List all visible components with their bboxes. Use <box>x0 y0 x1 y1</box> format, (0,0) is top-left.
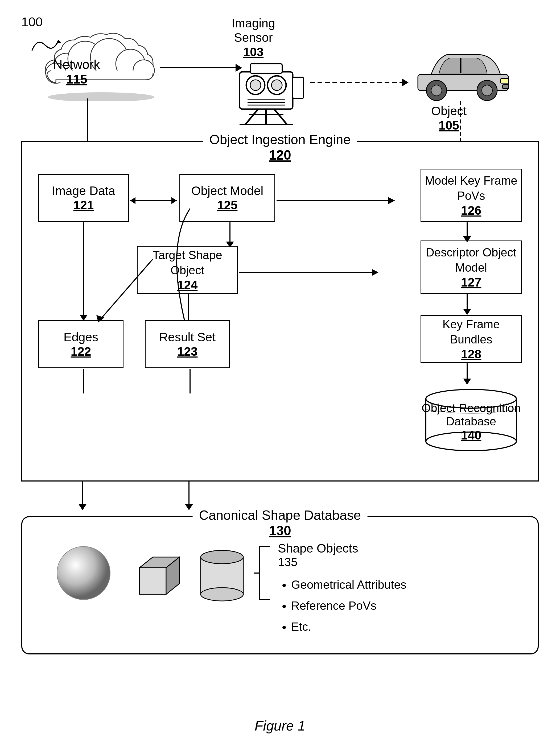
canonical-shape-box: Canonical Shape Database 130 <box>21 516 539 654</box>
svg-point-15 <box>250 80 261 90</box>
bullet-etc: Etc. <box>291 616 406 637</box>
result-set-id: 123 <box>177 344 198 359</box>
descriptor-object-id: 127 <box>461 275 481 289</box>
network-id: 115 <box>66 72 87 86</box>
image-data-label: Image Data <box>52 184 115 198</box>
engine-id: 120 <box>269 148 291 163</box>
model-key-frame-id: 126 <box>461 203 481 218</box>
svg-marker-29 <box>402 79 408 86</box>
cylinder-icon <box>195 544 248 605</box>
result-set-box: Result Set 123 <box>145 320 230 368</box>
image-data-id: 121 <box>74 198 94 212</box>
model-key-frame-label: Model Key FramePoVs <box>425 173 517 203</box>
bundles-to-db-arrow <box>460 363 474 385</box>
model-to-target-arrow <box>223 222 237 248</box>
svg-marker-46 <box>463 309 471 315</box>
shape-objects-id: 135 <box>278 555 406 569</box>
edges-to-canonical-arrow <box>77 369 90 395</box>
object-pointer <box>453 101 468 144</box>
svg-point-34 <box>482 85 493 96</box>
svg-point-69 <box>57 547 110 600</box>
page: 100 Network 115 Imagi <box>0 0 560 755</box>
svg-marker-66 <box>79 504 86 510</box>
target-to-descriptor-arrow <box>239 266 380 279</box>
canonical-title: Canonical Shape Database 130 <box>193 508 367 538</box>
network-label: Network 115 <box>53 57 100 86</box>
svg-rect-35 <box>500 79 508 83</box>
bullet-reference: Reference PoVs <box>291 595 406 616</box>
descriptor-object-box: Descriptor ObjectModel 127 <box>421 241 522 294</box>
svg-marker-48 <box>463 379 471 385</box>
svg-line-25 <box>274 109 287 125</box>
key-frame-bundles-label: Key Frame Bundles <box>421 317 521 347</box>
engine-title: Object Ingestion Engine 120 <box>203 132 357 163</box>
svg-rect-18 <box>250 64 282 73</box>
camera-icon <box>224 50 309 125</box>
shape-objects-label: Shape Objects <box>278 541 406 555</box>
car-icon <box>413 37 514 101</box>
object-model-id: 125 <box>217 198 238 212</box>
figure-caption: Figure 1 <box>0 718 560 734</box>
target-to-edges-arrow <box>92 259 153 323</box>
object-recognition-db: Object Recognition Database 140 <box>415 386 527 452</box>
svg-point-1 <box>48 92 154 101</box>
result-to-canonical-arrow <box>183 369 197 395</box>
edges-box: Edges 122 <box>38 320 123 368</box>
engine-box: Object Ingestion Engine 120 Image Data 1… <box>21 141 539 482</box>
canonical-id: 130 <box>269 523 291 538</box>
key-frame-bundles-box: Key Frame Bundles 128 <box>421 315 522 363</box>
svg-marker-57 <box>80 315 87 321</box>
image-to-model-arrow <box>130 194 178 207</box>
svg-marker-68 <box>185 504 193 510</box>
svg-marker-70 <box>139 568 166 594</box>
svg-rect-36 <box>502 85 508 88</box>
svg-point-32 <box>431 85 442 96</box>
svg-marker-39 <box>172 197 177 204</box>
edges-id: 122 <box>71 344 91 359</box>
svg-line-61 <box>100 259 153 320</box>
bullet-geometrical: Geometrical Attributes <box>291 574 406 595</box>
keyframe-to-descriptor-arrow <box>460 222 474 242</box>
camera-to-car-arrow <box>310 75 411 90</box>
descriptor-object-label: Descriptor ObjectModel <box>426 245 516 275</box>
object-recognition-db-label2: Database <box>422 415 521 428</box>
svg-marker-53 <box>226 242 234 248</box>
bracket-icon <box>251 544 273 602</box>
edges-exit-arrow <box>75 481 91 515</box>
svg-point-74 <box>201 550 243 564</box>
descriptor-to-bundles-arrow <box>460 294 474 315</box>
sphere-icon <box>54 544 113 602</box>
shape-objects-area: Shape Objects 135 Geometrical Attributes… <box>278 541 406 637</box>
edges-label: Edges <box>64 330 98 344</box>
svg-line-23 <box>245 109 258 125</box>
image-data-box: Image Data 121 <box>38 174 129 222</box>
cube-icon <box>123 547 182 605</box>
svg-rect-22 <box>293 77 303 98</box>
model-key-frame-box: Model Key FramePoVs 126 <box>421 169 522 222</box>
svg-marker-44 <box>463 236 471 242</box>
svg-marker-40 <box>130 197 136 204</box>
result-set-label: Result Set <box>159 330 216 344</box>
svg-point-17 <box>272 80 282 90</box>
imagedata-to-edges-arrow <box>77 222 90 321</box>
object-model-label: Object Model <box>191 184 263 198</box>
object-recognition-db-id: 140 <box>422 428 521 443</box>
key-frame-bundles-id: 128 <box>461 347 481 361</box>
model-to-keyframe-arrow <box>277 194 396 207</box>
svg-marker-42 <box>388 197 395 204</box>
object-recognition-db-label: Object Recognition <box>422 402 521 415</box>
svg-marker-55 <box>372 269 379 276</box>
svg-point-75 <box>201 588 243 601</box>
